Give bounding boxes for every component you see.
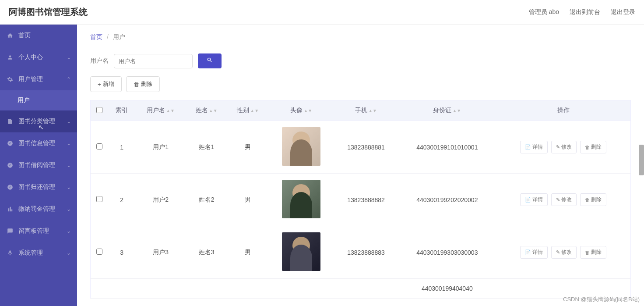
- admin-link[interactable]: 管理员 abo: [529, 8, 559, 16]
- search-input[interactable]: [114, 54, 193, 68]
- chevron-down-icon: ⌄: [67, 228, 71, 234]
- mic-icon: [7, 250, 14, 256]
- plus-icon: +: [98, 81, 101, 88]
- sidebar-item-3[interactable]: 图书分类管理⌄: [0, 110, 77, 132]
- sidebar-item-1[interactable]: 个人中心⌄: [0, 46, 77, 68]
- column-header: 索引: [108, 100, 136, 121]
- breadcrumb-current: 用户: [113, 33, 125, 40]
- edit-icon: ✎: [556, 197, 560, 203]
- column-header[interactable]: 性别▲▼: [227, 100, 269, 121]
- row-actions: 📄详情✎修改🗑删除: [500, 141, 627, 153]
- row-checkbox[interactable]: [96, 249, 102, 255]
- sort-icon: ▲▼: [166, 108, 175, 113]
- cell-gender: 男: [227, 121, 269, 174]
- column-header[interactable]: 头像▲▼: [269, 100, 334, 121]
- chevron-up-icon: ⌃: [67, 76, 71, 82]
- cell-idcard: 440300199404040: [398, 279, 496, 299]
- edit-button[interactable]: ✎修改: [551, 193, 577, 206]
- column-header[interactable]: 用户名▲▼: [136, 100, 186, 121]
- table-row: 3用户3姓名3男13823888883440300199303030003📄详情…: [91, 226, 631, 279]
- sidebar-item-label: 缴纳罚金管理: [18, 205, 55, 213]
- sidebar-item-label: 个人中心: [18, 53, 43, 61]
- add-button-label: 新增: [103, 80, 114, 88]
- select-all-checkbox[interactable]: [96, 107, 102, 113]
- column-header[interactable]: 手机▲▼: [334, 100, 398, 121]
- user-table: 索引用户名▲▼姓名▲▼性别▲▼头像▲▼手机▲▼身份证▲▼操作 1用户1姓名1男1…: [90, 100, 631, 299]
- sidebar-item-4[interactable]: 图书信息管理⌄: [0, 132, 77, 154]
- table-row: 1用户1姓名1男13823888881440300199101010001📄详情…: [91, 121, 631, 174]
- cell-index: 2: [108, 174, 136, 226]
- logout-link[interactable]: 退出登录: [611, 8, 635, 16]
- sidebar-subitem[interactable]: 用户: [0, 90, 77, 110]
- cell-username: 用户3: [136, 226, 186, 279]
- doc-icon: [7, 118, 14, 125]
- detail-icon: 📄: [525, 249, 531, 255]
- chevron-down-icon: ⌄: [67, 118, 71, 125]
- column-header[interactable]: 身份证▲▼: [398, 100, 496, 121]
- header-links: 管理员 abo 退出到前台 退出登录: [529, 8, 635, 16]
- cell-username: 用户1: [136, 121, 186, 174]
- row-actions: 📄详情✎修改🗑删除: [500, 193, 627, 206]
- chevron-down-icon: ⌄: [67, 250, 71, 256]
- row-checkbox[interactable]: [96, 196, 102, 202]
- sidebar-item-5[interactable]: 图书借阅管理⌄: [0, 154, 77, 176]
- detail-button[interactable]: 📄详情: [520, 246, 548, 259]
- breadcrumb: 首页 / 用户: [90, 33, 631, 41]
- sidebar-item-6[interactable]: 图书归还管理⌄: [0, 176, 77, 198]
- table-row: 440300199404040: [91, 279, 631, 299]
- chevron-down-icon: ⌄: [67, 206, 71, 212]
- breadcrumb-separator: /: [107, 33, 109, 40]
- cell-idcard: 440300199101010001: [398, 121, 496, 174]
- clock-icon: [7, 140, 14, 146]
- exit-front-link[interactable]: 退出到前台: [570, 8, 600, 16]
- edit-button[interactable]: ✎修改: [551, 141, 577, 153]
- column-header[interactable]: 姓名▲▼: [186, 100, 227, 121]
- search-row: 用户名: [90, 53, 631, 68]
- sidebar-item-9[interactable]: 系统管理⌄: [0, 242, 77, 264]
- scrollbar[interactable]: [639, 145, 644, 175]
- delete-button[interactable]: 🗑 删除: [126, 76, 160, 92]
- trash-icon: 🗑: [134, 81, 139, 88]
- breadcrumb-home[interactable]: 首页: [90, 33, 102, 40]
- chevron-down-icon: ⌄: [67, 140, 71, 146]
- cell-index: 3: [108, 226, 136, 279]
- sort-icon: ▲▼: [452, 108, 461, 113]
- main-content: 首页 / 用户 用户名 + 新增 🗑 删除 索引用户名▲▼姓名▲▼性别▲▼头像▲…: [77, 25, 644, 306]
- sidebar-item-2[interactable]: 用户管理⌃: [0, 68, 77, 90]
- cell-username: 用户2: [136, 174, 186, 226]
- column-header: 操作: [496, 100, 631, 121]
- cell-name: 姓名3: [186, 226, 227, 279]
- clock-icon: [7, 162, 14, 168]
- sidebar: 首页个人中心⌄用户管理⌃用户图书分类管理⌄图书信息管理⌄图书借阅管理⌄图书归还管…: [0, 25, 77, 306]
- sidebar-item-label: 图书分类管理: [18, 117, 55, 125]
- sort-icon: ▲▼: [250, 108, 259, 113]
- row-delete-button[interactable]: 🗑删除: [580, 193, 606, 206]
- sidebar-item-7[interactable]: 缴纳罚金管理⌄: [0, 198, 77, 220]
- sidebar-item-label: 图书信息管理: [18, 139, 55, 147]
- cell-phone: 13823888881: [334, 121, 398, 174]
- trash-icon: 🗑: [585, 250, 590, 255]
- row-checkbox[interactable]: [96, 143, 102, 149]
- detail-button[interactable]: 📄详情: [520, 193, 548, 206]
- bar-icon: [7, 206, 14, 212]
- row-delete-button[interactable]: 🗑删除: [580, 141, 606, 153]
- detail-icon: 📄: [525, 197, 531, 203]
- search-icon: [207, 57, 213, 63]
- sidebar-item-8[interactable]: 留言板管理⌄: [0, 220, 77, 242]
- clock-icon: [7, 184, 14, 190]
- edit-button[interactable]: ✎修改: [551, 246, 577, 259]
- sidebar-item-label: 留言板管理: [18, 227, 49, 235]
- row-delete-button[interactable]: 🗑删除: [580, 246, 606, 259]
- cell-phone: 13823888882: [334, 174, 398, 226]
- add-button[interactable]: + 新增: [90, 76, 122, 92]
- avatar: [282, 232, 320, 271]
- search-button[interactable]: [198, 53, 222, 68]
- app-title: 阿博图书馆管理系统: [9, 6, 88, 18]
- sidebar-item-0[interactable]: 首页: [0, 25, 77, 46]
- gear-icon: [7, 76, 14, 82]
- detail-button[interactable]: 📄详情: [520, 141, 548, 153]
- sort-icon: ▲▼: [209, 108, 218, 113]
- cell-name: 姓名2: [186, 174, 227, 226]
- detail-icon: 📄: [525, 144, 531, 150]
- sort-icon: ▲▼: [368, 108, 377, 113]
